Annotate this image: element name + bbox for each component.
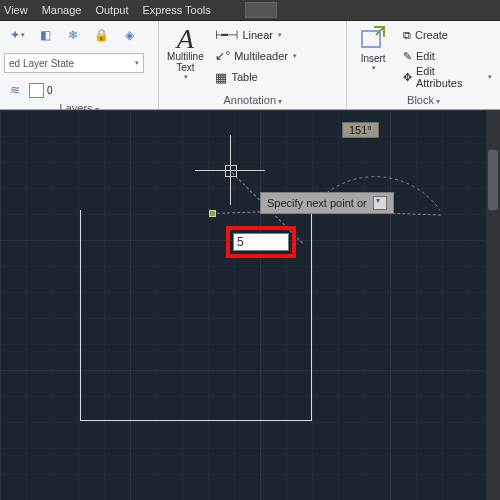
multileader-label: Multileader	[234, 50, 288, 62]
edit-attributes-button[interactable]: ✥ Edit Attributes ▾	[399, 67, 496, 87]
chevron-down-icon: ▾	[184, 73, 188, 81]
multileader-button[interactable]: ↙° Multileader ▾	[211, 46, 301, 66]
table-icon: ▦	[215, 70, 227, 85]
prompt-options-icon[interactable]	[373, 196, 387, 210]
annotation-panel: A Multiline Text ▾ ⊦━⊣ Linear ▾ ↙° Multi…	[159, 21, 347, 109]
layer-freeze-btn[interactable]: ❄	[60, 23, 86, 47]
distance-value: 5	[237, 235, 244, 249]
pick-box	[225, 165, 237, 177]
highlight-box: 5	[226, 226, 296, 258]
dynamic-prompt: Specify next point or	[260, 192, 394, 214]
layer-color-swatch[interactable]	[29, 83, 44, 98]
layer-off-btn[interactable]: ◈	[116, 23, 142, 47]
scrollbar-thumb[interactable]	[488, 150, 498, 210]
chevron-down-icon: ▾	[372, 64, 376, 72]
chevron-down-icon: ▾	[278, 31, 282, 39]
layer-iso-btn[interactable]: ◧	[32, 23, 58, 47]
multiline-text-button[interactable]: A Multiline Text ▾	[163, 23, 207, 81]
layers-panel: ✦▾ ◧ ❄ 🔒 ◈ ed Layer State ▾ ≋ 0 Layers	[0, 21, 159, 109]
edit-icon: ✎	[403, 50, 412, 63]
distance-input[interactable]: 5	[233, 233, 289, 251]
linear-label: Linear	[242, 29, 273, 41]
create-label: Create	[415, 29, 448, 41]
vertical-scrollbar[interactable]	[485, 110, 500, 500]
current-layer-name: 0	[47, 85, 53, 96]
create-block-button[interactable]: ⧉ Create	[399, 25, 496, 45]
drawing-canvas[interactable]: 151° Specify next point or 5	[0, 110, 500, 500]
text-icon: A	[177, 23, 194, 51]
block-panel: Insert ▾ ⧉ Create ✎ Edit ✥ Edit Attribut…	[347, 21, 500, 109]
multiline-text-label: Multiline Text	[163, 51, 207, 73]
layer-lock-btn[interactable]: 🔒	[88, 23, 114, 47]
prompt-text: Specify next point or	[267, 197, 367, 209]
layer-state-dropdown[interactable]: ed Layer State ▾	[4, 53, 144, 73]
insert-button[interactable]: Insert ▾	[351, 23, 395, 72]
table-label: Table	[231, 71, 257, 83]
chevron-down-icon: ▾	[293, 52, 297, 60]
create-icon: ⧉	[403, 29, 411, 42]
menu-output[interactable]: Output	[95, 4, 128, 16]
annotation-panel-title[interactable]: Annotation	[163, 92, 342, 109]
insert-label: Insert	[361, 53, 386, 64]
menu-bar: View Manage Output Express Tools	[0, 0, 500, 21]
menu-search-box[interactable]	[245, 2, 277, 18]
edit-block-button[interactable]: ✎ Edit	[399, 46, 496, 66]
chevron-down-icon: ▾	[488, 73, 492, 81]
linear-dim-button[interactable]: ⊦━⊣ Linear ▾	[211, 25, 301, 45]
chevron-down-icon: ▾	[135, 59, 139, 67]
table-button[interactable]: ▦ Table	[211, 67, 301, 87]
edit-attr-label: Edit Attributes	[416, 65, 483, 89]
linear-icon: ⊦━⊣	[215, 28, 238, 42]
attributes-icon: ✥	[403, 71, 412, 84]
multileader-icon: ↙°	[215, 49, 230, 63]
menu-manage[interactable]: Manage	[42, 4, 82, 16]
angle-readout: 151°	[342, 122, 379, 138]
layer-swatch-row: ≋ 0	[4, 80, 53, 100]
layer-state-btn[interactable]: ✦▾	[4, 23, 30, 47]
ribbon: ✦▾ ◧ ❄ 🔒 ◈ ed Layer State ▾ ≋ 0 Layers A…	[0, 21, 500, 110]
block-panel-title[interactable]: Block	[351, 92, 496, 109]
insert-icon	[358, 25, 388, 53]
menu-view[interactable]: View	[4, 4, 28, 16]
edit-label: Edit	[416, 50, 435, 62]
layer-state-label: ed Layer State	[9, 58, 74, 69]
layer-tools-row: ✦▾ ◧ ❄ 🔒 ◈	[4, 23, 142, 47]
menu-express-tools[interactable]: Express Tools	[142, 4, 210, 16]
layer-match-btn[interactable]: ≋	[4, 80, 26, 100]
